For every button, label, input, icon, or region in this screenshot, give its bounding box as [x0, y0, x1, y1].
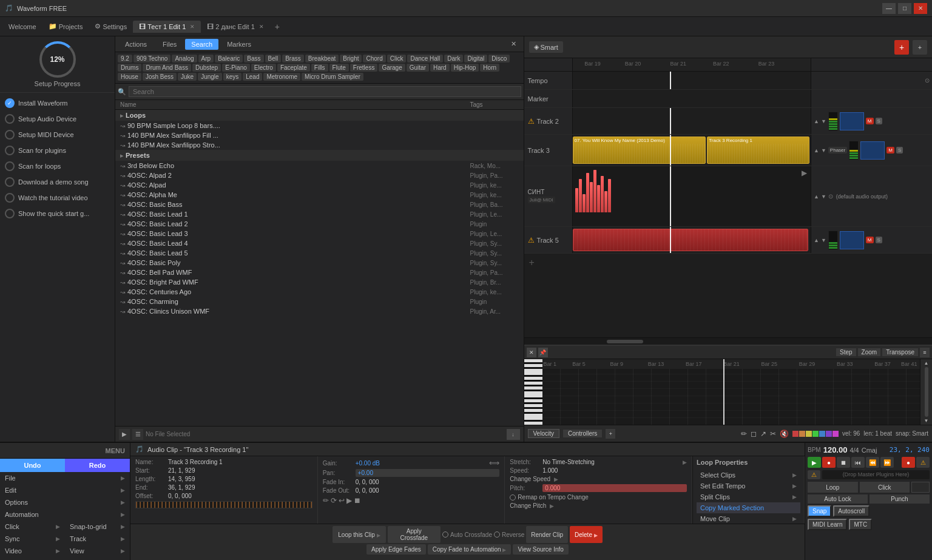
- h-scrollbar[interactable]: [524, 337, 933, 345]
- select-clips-btn[interactable]: Select Clips ▶: [697, 470, 800, 481]
- pencil-icon[interactable]: ✏: [741, 430, 747, 438]
- piano-transpose-button[interactable]: Transpose: [882, 348, 918, 356]
- tag-bell[interactable]: Bell: [265, 55, 282, 62]
- loop-clip-button[interactable]: Loop this Clip ▶: [333, 526, 385, 543]
- menu-snap-to-grid[interactable]: Snap-to-grid ▶: [65, 521, 130, 533]
- minimize-button[interactable]: —: [882, 3, 896, 14]
- tag-josh-bess[interactable]: Josh Bess: [143, 73, 177, 81]
- piano-scroll-down[interactable]: ▼: [924, 418, 929, 423]
- midi-learn-button[interactable]: MIDI Learn: [808, 519, 847, 530]
- browser-item-12[interactable]: ↝4OSC: Basic Lead 3Plugin, Le...: [115, 229, 524, 238]
- tab-actions[interactable]: Actions: [118, 38, 154, 50]
- move-clip-btn[interactable]: Move Clip ▶: [697, 513, 800, 524]
- tag-electro[interactable]: Electro: [251, 64, 276, 72]
- browser-item-13[interactable]: ↝4OSC: Basic Lead 4Plugin, Sy...: [115, 238, 524, 248]
- browser-item-11[interactable]: ↝4OSC: Basic Lead 2Plugin: [115, 219, 524, 229]
- track5-solo-button[interactable]: S: [876, 237, 882, 243]
- tag-guitar[interactable]: Guitar: [407, 64, 429, 72]
- view-source-button[interactable]: View Source Info: [513, 544, 568, 555]
- close-button[interactable]: ✕: [914, 3, 927, 14]
- tag-bright[interactable]: Bright: [340, 55, 362, 62]
- mute-note-icon[interactable]: 🔇: [780, 430, 789, 438]
- scrollbar-thumb[interactable]: [607, 340, 643, 343]
- copy-marked-btn[interactable]: Copy Marked Section: [697, 502, 800, 513]
- search-input[interactable]: [129, 86, 521, 97]
- piano-scroll-up[interactable]: ▲: [924, 360, 929, 366]
- menu-file[interactable]: File ▶: [0, 472, 130, 484]
- clip-tool-3[interactable]: ↩: [339, 496, 345, 505]
- clip-tool-2[interactable]: ⟳: [331, 496, 337, 505]
- add-track-button[interactable]: +: [894, 40, 909, 55]
- velocity-tab[interactable]: Velocity: [528, 429, 559, 438]
- piano-add-button[interactable]: +: [606, 429, 615, 439]
- browser-item-17[interactable]: ↝4OSC: Bright Pad WMFPlugin, Br...: [115, 277, 524, 287]
- piano-zoom-button[interactable]: Zoom: [858, 348, 881, 356]
- record-button[interactable]: ●: [822, 457, 836, 468]
- tag-909-techno[interactable]: 909 Techno: [133, 55, 171, 62]
- tab-close-edit1[interactable]: ✕: [190, 24, 195, 30]
- tag-horn[interactable]: Horn: [480, 64, 499, 72]
- tab-markers[interactable]: Markers: [220, 38, 258, 50]
- browser-item-20[interactable]: ↝4OSC: Clinics Unison WMFPlugin, Ar...: [115, 306, 524, 316]
- tab-search[interactable]: Search: [185, 39, 218, 50]
- track3-fader[interactable]: [860, 141, 885, 160]
- tag-digital[interactable]: Digital: [464, 55, 487, 62]
- color-pink[interactable]: [832, 431, 839, 437]
- check-scan-loops[interactable]: Scan for loops: [0, 158, 115, 174]
- tag-breakbeat[interactable]: Breakbeat: [305, 55, 339, 62]
- browser-item-5[interactable]: ↝3rd Below EchoRack, Mo...: [115, 161, 524, 170]
- tag-faceplate[interactable]: Faceplate: [277, 64, 310, 72]
- browser-item-16[interactable]: ↝4OSC: Bell Pad WMFPlugin, Pa...: [115, 268, 524, 277]
- apply-edge-fades-button[interactable]: Apply Edge Fades: [366, 544, 426, 555]
- tag-flute[interactable]: Flute: [329, 64, 349, 72]
- color-orange[interactable]: [799, 431, 805, 437]
- tag-drums[interactable]: Drums: [118, 64, 141, 72]
- menu-video[interactable]: Video ▶: [0, 545, 65, 557]
- play-button[interactable]: ▶: [808, 457, 821, 468]
- remap-label[interactable]: Remap on Tempo Change: [518, 494, 589, 501]
- fast-forward-button[interactable]: ⏩: [880, 457, 894, 468]
- track3-solo-button[interactable]: S: [896, 147, 903, 153]
- check-audio-device[interactable]: Setup Audio Device: [0, 111, 115, 127]
- tag-hip-hop[interactable]: Hip-Hop: [451, 64, 479, 72]
- rewind-button[interactable]: ⏮: [851, 457, 865, 468]
- piano-grid[interactable]: Bar 1 Bar 5 Bar 9 Bar 13 Bar 17 Bar 21 B…: [542, 359, 920, 425]
- tag-metronome[interactable]: Metronome: [263, 73, 300, 81]
- browser-item-14[interactable]: ↝4OSC: Basic Lead 5Plugin, Sy...: [115, 248, 524, 258]
- track3-clip2[interactable]: Track 3 Recording 1: [707, 137, 809, 164]
- piano-menu-button[interactable]: ≡: [920, 348, 930, 357]
- browser-close-button[interactable]: ✕: [506, 40, 521, 48]
- track5-clip[interactable]: [573, 229, 809, 251]
- step-button[interactable]: Step: [836, 348, 856, 356]
- check-demo-song[interactable]: Download a demo song: [0, 174, 115, 190]
- browser-import-button[interactable]: ↓: [507, 429, 520, 440]
- warning-indicator[interactable]: ⚠: [808, 470, 820, 479]
- tab-files[interactable]: Files: [155, 38, 184, 50]
- color-purple[interactable]: [826, 431, 832, 437]
- check-scan-plugins[interactable]: Scan for plugins: [0, 143, 115, 158]
- eraser-icon[interactable]: ◻: [751, 430, 757, 438]
- menu-click[interactable]: Click ▶: [0, 521, 65, 533]
- auto-lock-button[interactable]: Auto Lock: [808, 494, 868, 504]
- tab-projects[interactable]: 📁 Projects: [42, 20, 89, 33]
- tag-disco[interactable]: Disco: [488, 55, 510, 62]
- track2-solo-button[interactable]: S: [876, 118, 882, 124]
- color-green[interactable]: [812, 431, 819, 437]
- menu-options[interactable]: Options ▶: [0, 496, 130, 508]
- punch-button[interactable]: Punch: [870, 494, 930, 504]
- piano-pin-button[interactable]: 📌: [538, 348, 548, 357]
- warning-button[interactable]: ⚠: [916, 457, 930, 468]
- synth-expand-button[interactable]: ▶: [802, 169, 807, 177]
- check-quickstart[interactable]: Show the quick start g...: [0, 206, 115, 221]
- new-tab-button[interactable]: +: [270, 19, 285, 34]
- arm-button[interactable]: ●: [902, 457, 915, 468]
- piano-v-scrollbar[interactable]: [925, 367, 928, 417]
- track3-clip1[interactable]: 07. You Will Know My Name (2013 Demo): [573, 137, 706, 164]
- click-button[interactable]: Click: [860, 482, 910, 493]
- stretch-expand-icon[interactable]: ▶: [683, 459, 687, 465]
- gain-flip-icon[interactable]: ⟺: [489, 459, 499, 467]
- menu-sync[interactable]: Sync ▶: [0, 533, 65, 545]
- tab-close-edit2[interactable]: ✕: [259, 24, 264, 30]
- menu-track[interactable]: Track ▶: [65, 533, 130, 545]
- tag-analog[interactable]: Analog: [172, 55, 197, 62]
